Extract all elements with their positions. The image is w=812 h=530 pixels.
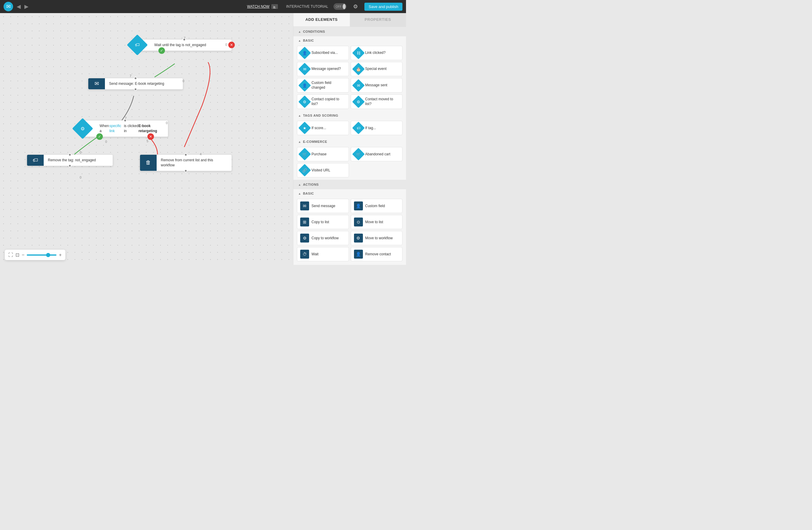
counter-7a: 7 <box>184 36 186 40</box>
right-panel: ADD ELEMENTS PROPERTIES ▲ CONDITIONS ▲ B… <box>293 13 406 265</box>
link-clicked-node[interactable]: ⚙ When a specific link is clicked in E-b… <box>82 120 168 137</box>
element-abandoned-cart[interactable]: 🛒 Abandoned cart <box>351 147 403 161</box>
remove-tag-node[interactable]: 🏷 Remove the tag: not_engaged <box>27 154 113 166</box>
custom-field-icon: 👤 <box>299 79 311 92</box>
element-if-score[interactable]: ★ If score... <box>297 121 349 135</box>
settings-icon[interactable]: ⚙ <box>353 3 358 10</box>
visited-url-icon: 🔗 <box>299 164 311 177</box>
bottom-connector-rl[interactable] <box>184 169 187 172</box>
element-if-tag[interactable]: 🏷 If tag... <box>351 121 403 135</box>
element-remove-contact[interactable]: 👤 Remove contact <box>351 247 403 261</box>
special-event-icon: 🎂 <box>352 63 364 75</box>
toggle-knob <box>343 4 346 9</box>
zoom-out-button[interactable]: − <box>22 252 24 258</box>
element-link-clicked[interactable]: ⛓ Link clicked? <box>351 46 403 60</box>
counter-0d: 0 <box>105 140 107 143</box>
conditions-header[interactable]: ▲ CONDITIONS <box>293 27 406 36</box>
no-connector[interactable]: ✕ <box>228 42 235 48</box>
send-message-action-icon: ✉ <box>300 201 309 210</box>
contact-moved-icon: ⚙ <box>352 96 364 108</box>
counter-0f: 0 <box>79 176 82 179</box>
tags-scoring-header[interactable]: ▲ TAGS AND SCORING <box>293 111 406 118</box>
yes-connector-lc[interactable]: ✓ <box>96 133 103 140</box>
top-connector-rt[interactable] <box>68 153 71 156</box>
bottom-connector-rt[interactable] <box>68 164 71 167</box>
redo-button[interactable]: ▶ <box>24 3 29 10</box>
copy-workflow-icon: ⚙ <box>300 234 309 242</box>
counter-5: 5 <box>146 139 148 143</box>
counter-7c: 7 <box>125 116 127 120</box>
actions-grid: ✉ Send message 👤 Custom field ⊞ Copy to … <box>293 196 406 264</box>
counter-4: 4 <box>200 152 202 156</box>
element-copy-to-list[interactable]: ⊞ Copy to list <box>297 215 349 229</box>
send-message-icon: ✉ <box>88 78 105 89</box>
move-list-icon: ⊙ <box>354 218 363 226</box>
ecommerce-header[interactable]: ▲ E-COMMERCE <box>293 138 406 145</box>
workflow-canvas[interactable]: 🏷 Wait until the tag is not_engaged ✓ ✕ … <box>0 13 293 265</box>
zoom-thumb[interactable] <box>46 253 50 257</box>
actions-section: ▲ ACTIONS ▲ BASIC ✉ Send message 👤 Custo… <box>293 180 406 264</box>
element-purchase[interactable]: 🛒 Purchase <box>297 147 349 161</box>
yes-connector[interactable]: ✓ <box>158 47 165 54</box>
element-special-event[interactable]: 🎂 Special event <box>351 62 403 76</box>
element-move-to-workflow[interactable]: ⚙ Move to workflow <box>351 231 403 245</box>
tab-add-elements[interactable]: ADD ELEMENTS <box>293 13 350 27</box>
zoom-toolbar: ⛶ ⊡ − + <box>5 250 66 260</box>
element-message-sent[interactable]: ✉ Message sent <box>351 78 403 93</box>
remove-tag-label: Remove the tag: not_engaged <box>44 155 100 166</box>
element-send-message[interactable]: ✉ Send message <box>297 199 349 213</box>
ecom-arrow: ▲ <box>298 140 301 143</box>
element-contact-moved[interactable]: ⚙ Contact moved to list? <box>351 94 403 109</box>
actions-basic-arrow: ▲ <box>298 192 301 195</box>
actions-arrow: ▲ <box>298 183 301 186</box>
panel-tabs: ADD ELEMENTS PROPERTIES <box>293 13 406 27</box>
conditions-basic-header[interactable]: ▲ BASIC <box>293 36 406 43</box>
element-custom-field-action[interactable]: 👤 Custom field <box>351 199 403 213</box>
conditions-arrow: ▲ <box>298 30 301 33</box>
wait-tag-node[interactable]: 🏷 Wait until the tag is not_engaged ✓ ✕ <box>137 39 232 51</box>
undo-button[interactable]: ◀ <box>17 3 21 10</box>
tab-properties[interactable]: PROPERTIES <box>350 13 406 27</box>
bottom-connector-sm[interactable] <box>134 88 137 91</box>
send-message-label: Send message: E-book retargeting <box>105 78 168 89</box>
element-wait[interactable]: ⏱ Wait <box>297 247 349 261</box>
contact-copied-icon: ⚙ <box>299 96 311 108</box>
element-message-opened[interactable]: ✉ Message opened? <box>297 62 349 76</box>
score-icon: ★ <box>299 122 311 134</box>
remove-list-node[interactable]: 🗑 Remove from current list and this work… <box>140 154 232 171</box>
top-connector-rl[interactable] <box>184 153 187 156</box>
send-message-node[interactable]: ✉ Send message: E-book retargeting <box>88 78 183 89</box>
element-custom-field-changed[interactable]: 👤 Custom field changed <box>297 78 349 93</box>
tutorial-toggle[interactable]: OFF <box>333 3 347 10</box>
element-visited-url[interactable]: 🔗 Visited URL <box>297 163 349 177</box>
top-connector-sm[interactable] <box>134 77 137 80</box>
element-contact-copied[interactable]: ⚙ Contact copied to list? <box>297 94 349 109</box>
actions-header[interactable]: ▲ ACTIONS <box>293 180 406 189</box>
tag-diamond-icon: 🏷 <box>135 42 140 47</box>
main-layout: 🏷 Wait until the tag is not_engaged ✓ ✕ … <box>0 13 406 265</box>
remove-tag-icon: 🏷 <box>27 155 44 166</box>
zoom-in-button[interactable]: + <box>59 252 61 258</box>
zoom-slider[interactable] <box>27 254 57 256</box>
no-connector-lc[interactable]: ✕ <box>147 133 154 140</box>
specific-link[interactable]: specific link <box>110 124 124 134</box>
camera-icon: ▶ <box>271 4 278 9</box>
counter-0e: 0 <box>79 151 82 154</box>
frame-button[interactable]: ⊡ <box>15 252 19 258</box>
element-copy-to-workflow[interactable]: ⚙ Copy to workflow <box>297 231 349 245</box>
ecommerce-grid: 🛒 Purchase 🛒 Abandoned cart 🔗 Visited UR… <box>293 145 406 180</box>
element-move-to-list[interactable]: ⊙ Move to list <box>351 215 403 229</box>
wait-icon: ⏱ <box>300 250 309 259</box>
basic-arrow: ▲ <box>298 39 301 42</box>
logo: ✉ <box>3 2 13 11</box>
actions-basic-header[interactable]: ▲ BASIC <box>293 189 406 196</box>
msg-sent-icon: ✉ <box>352 79 364 92</box>
element-subscribed-via[interactable]: 👤 Subscribed via... <box>297 46 349 60</box>
link-diamond-icon: ⚙ <box>81 126 85 131</box>
tag-icon: 🏷 <box>352 122 364 134</box>
fit-button[interactable]: ⛶ <box>8 252 13 258</box>
save-publish-button[interactable]: Save and publish <box>364 3 403 11</box>
conditions-section: ▲ CONDITIONS ▲ BASIC 👤 Subscribed via...… <box>293 27 406 180</box>
watch-now-button[interactable]: WATCH NOW ▶ <box>247 4 278 9</box>
link-icon: ⛓ <box>352 47 364 59</box>
